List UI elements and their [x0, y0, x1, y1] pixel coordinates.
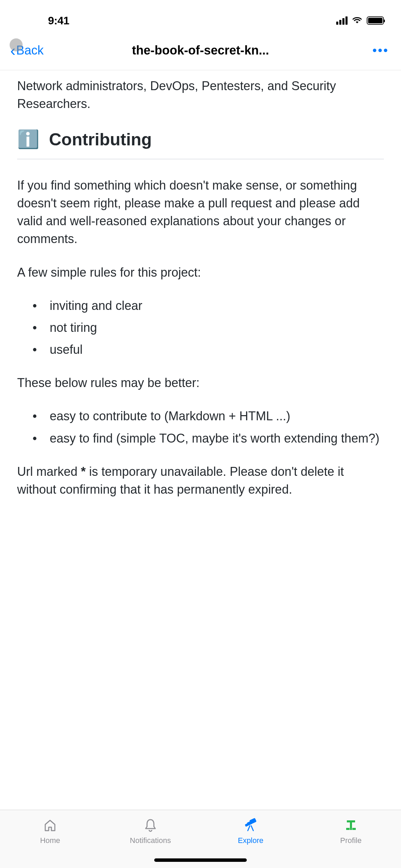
- tab-home[interactable]: Home: [0, 817, 100, 868]
- cutoff-paragraph: [17, 514, 384, 532]
- list-item: easy to find (simple TOC, maybe it's wor…: [33, 430, 384, 447]
- back-button[interactable]: ‹ Back: [10, 41, 44, 60]
- rule-list-1: inviting and clear not tiring useful: [17, 297, 384, 359]
- svg-rect-8: [352, 828, 356, 830]
- profile-icon: [343, 817, 359, 833]
- list-item: easy to contribute to (Markdown + HTML .…: [33, 407, 384, 425]
- svg-line-4: [251, 826, 253, 831]
- rule-list-2: easy to contribute to (Markdown + HTML .…: [17, 407, 384, 447]
- svg-rect-7: [346, 828, 350, 830]
- svg-rect-6: [350, 820, 352, 830]
- list-item: inviting and clear: [33, 297, 384, 315]
- list-item: not tiring: [33, 319, 384, 337]
- tab-label: Home: [40, 836, 60, 845]
- paragraph: Url marked * is temporary unavailable. P…: [17, 463, 384, 498]
- paragraph: These below rules may be better:: [17, 374, 384, 392]
- info-icon: ℹ️: [17, 126, 39, 152]
- bell-icon: [143, 817, 158, 833]
- svg-line-3: [248, 826, 250, 831]
- paragraph: A few simple rules for this project:: [17, 264, 384, 281]
- readme-content[interactable]: Network administrators, DevOps, Penteste…: [0, 70, 401, 554]
- tab-profile[interactable]: Profile: [301, 817, 401, 868]
- paragraph: If you find something which doesn't make…: [17, 177, 384, 248]
- more-button[interactable]: [373, 49, 391, 52]
- nav-bar: ‹ Back the-book-of-secret-kn...: [0, 34, 401, 70]
- intro-paragraph: Network administrators, DevOps, Penteste…: [17, 77, 384, 113]
- section-header: ℹ️ Contributing: [17, 126, 384, 159]
- more-dot-icon: [378, 49, 382, 52]
- telescope-icon: [242, 817, 259, 833]
- tab-label: Profile: [340, 836, 362, 845]
- home-indicator[interactable]: [154, 858, 247, 862]
- status-time: 9:41: [17, 14, 69, 27]
- home-icon: [42, 817, 58, 833]
- status-bar: 9:41: [0, 0, 401, 34]
- asterisk: *: [81, 465, 86, 479]
- list-item: useful: [33, 341, 384, 359]
- section-title: Contributing: [49, 127, 152, 152]
- more-dot-icon: [384, 49, 387, 52]
- tab-label: Notifications: [130, 836, 171, 845]
- cellular-signal-icon: [336, 16, 348, 25]
- status-icons: [336, 16, 384, 25]
- more-dot-icon: [373, 49, 376, 52]
- tab-label: Explore: [238, 836, 264, 845]
- battery-icon: [367, 16, 384, 25]
- page-title: the-book-of-secret-kn...: [132, 43, 269, 58]
- wifi-icon: [352, 16, 363, 25]
